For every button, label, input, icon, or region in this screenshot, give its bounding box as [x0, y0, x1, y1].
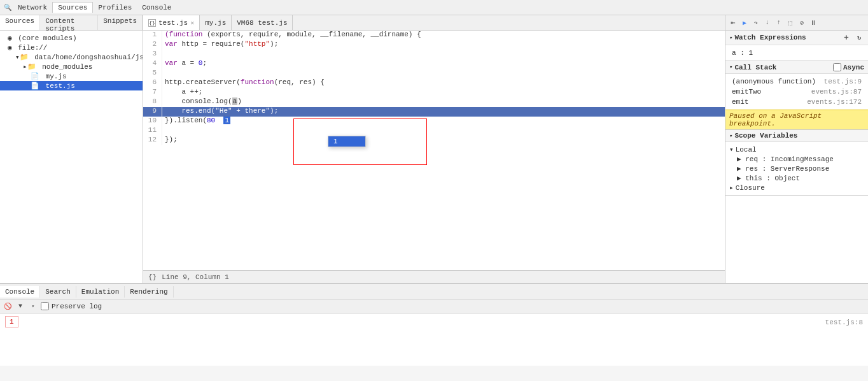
- tree-item-test-js[interactable]: 📄 test.js: [0, 81, 143, 90]
- table-row: 6 http.createServer(function(req, res) {: [143, 78, 725, 88]
- table-row: 8 console.log(a): [143, 97, 725, 107]
- scope-variables-header[interactable]: ▾ Scope Variables: [725, 130, 868, 142]
- tree-item-my-js[interactable]: 📄 my.js: [0, 71, 143, 81]
- tab-search[interactable]: Search: [40, 286, 76, 298]
- table-row: 3: [143, 50, 725, 59]
- file-tree: ◉ (core modules) ◉ file:// ▾📁 data/home/…: [0, 31, 143, 93]
- tab-content-scripts[interactable]: Content scripts: [40, 15, 98, 30]
- editor-tab-bar: {} test.js ✕ my.js VM68 test.js: [143, 15, 725, 31]
- call-stack-item[interactable]: (anonymous function) test.js:9: [729, 76, 864, 87]
- watch-expr-item: a : 1: [729, 48, 864, 58]
- tab-vm68[interactable]: VM68 test.js: [232, 15, 293, 31]
- file-icon: {}: [148, 19, 156, 27]
- step-out-icon[interactable]: ↑: [774, 18, 784, 28]
- deactivate-breakpoints-icon[interactable]: ⬚: [785, 18, 795, 28]
- step-into-icon[interactable]: ↓: [762, 18, 773, 28]
- scope-variables-section: ▾ Scope Variables ▾Local ▶ req : Incomin…: [725, 130, 868, 196]
- call-stack-section: ▾ Call Stack Async (anonymous function) …: [725, 61, 868, 130]
- sources-panel: Sources Content scripts Snippets ◉ (core…: [0, 15, 143, 283]
- editor-area: {} test.js ✕ my.js VM68 test.js 1 (funct…: [143, 15, 725, 283]
- watch-expressions-section: ▾ Watch Expressions + ↻ a : 1: [725, 31, 868, 61]
- table-row: 11: [143, 126, 725, 136]
- scope-item-this[interactable]: ▶ this : Object: [729, 173, 864, 183]
- file-icon: 📄: [31, 73, 39, 80]
- console-body[interactable]: 1 test.js:8: [0, 313, 868, 366]
- autocomplete-popup[interactable]: 1: [328, 136, 366, 147]
- circle-icon: ◉: [8, 44, 12, 52]
- table-row: 12 });: [143, 136, 725, 145]
- call-stack-item[interactable]: emitTwo events.js:87: [729, 87, 864, 97]
- console-tab-bar: Console Search Emulation Rendering: [0, 284, 868, 299]
- debug-toolbar: ⇤ ▶ ↷ ↓ ↑ ⬚ ⊘ ⏸: [725, 15, 868, 31]
- preserve-log-checkbox[interactable]: [41, 302, 49, 310]
- main-layout: Sources Content scripts Snippets ◉ (core…: [0, 15, 868, 283]
- console-error-line: 1: [5, 316, 18, 327]
- expand-icon: ▶: [737, 165, 741, 173]
- expand-icon: ▸: [729, 184, 734, 192]
- tab-sources[interactable]: Sources: [0, 15, 40, 30]
- add-watch-icon[interactable]: +: [841, 32, 851, 43]
- tree-item-data-folder[interactable]: ▾📁 data/home/dongshaoshuai/js: [0, 52, 143, 62]
- resume-icon[interactable]: ▶: [739, 18, 750, 28]
- clear-console-icon[interactable]: 🚫: [3, 301, 13, 312]
- tab-snippets[interactable]: Snippets: [98, 15, 143, 30]
- refresh-watch-icon[interactable]: ↻: [854, 32, 864, 43]
- expand-arrow-icon: ▾: [729, 64, 732, 71]
- close-icon[interactable]: ✕: [190, 19, 194, 27]
- tab-my-js[interactable]: my.js: [200, 15, 232, 31]
- scope-local-header[interactable]: ▾Local: [729, 145, 864, 154]
- async-checkbox-input[interactable]: [833, 63, 841, 71]
- collapse-left-icon[interactable]: ⇤: [728, 18, 738, 28]
- folder-icon: ▸📁: [23, 63, 36, 71]
- tree-item-node-modules[interactable]: ▸📁 node_modules: [0, 62, 143, 71]
- table-row: 1 (function (exports, require, module, _…: [143, 31, 725, 40]
- call-stack-item[interactable]: emit events.js:172: [729, 97, 864, 107]
- table-row: 5: [143, 69, 725, 78]
- folder-open-icon: ▾📁: [15, 54, 29, 61]
- circle-icon: ◉: [8, 34, 12, 42]
- autocomplete-item[interactable]: 1: [328, 136, 365, 147]
- scope-variables-body: ▾Local ▶ req : IncomingMessage ▶ res : S…: [725, 142, 868, 195]
- console-log-ref[interactable]: test.js:8: [825, 319, 863, 326]
- table-row: 9 res.end("He" + there");: [143, 107, 725, 117]
- console-area: Console Search Emulation Rendering 🚫 ▼ ▾…: [0, 283, 868, 366]
- scope-item-req[interactable]: ▶ req : IncomingMessage: [729, 154, 864, 164]
- expand-icon: ▶: [737, 155, 741, 163]
- call-stack-header[interactable]: ▾ Call Stack Async: [725, 61, 868, 74]
- scope-closure-header[interactable]: ▸Closure: [729, 183, 864, 192]
- table-row: 7 a ++;: [143, 88, 725, 97]
- expand-arrow-icon: ▾: [729, 133, 732, 140]
- code-lines: 1 (function (exports, require, module, _…: [143, 31, 725, 145]
- top-nav: 🔍 Network Sources Profiles Console: [0, 0, 868, 15]
- tab-rendering[interactable]: Rendering: [125, 286, 173, 298]
- nav-network[interactable]: Network: [13, 3, 52, 13]
- step-over-icon[interactable]: ↷: [751, 18, 761, 28]
- call-stack-body: (anonymous function) test.js:9 emitTwo e…: [725, 74, 868, 110]
- code-view[interactable]: 1 (function (exports, require, module, _…: [143, 31, 725, 270]
- console-toolbar: 🚫 ▼ ▾ Preserve log: [0, 299, 868, 313]
- status-position: Line 9, Column 1: [162, 273, 229, 281]
- tab-test-js[interactable]: {} test.js ✕: [143, 15, 200, 31]
- nav-sources[interactable]: Sources: [52, 2, 93, 13]
- tree-item-file[interactable]: ◉ file://: [0, 43, 143, 52]
- filter-dropdown-icon[interactable]: ▾: [28, 301, 38, 312]
- watch-expressions-header[interactable]: ▾ Watch Expressions + ↻: [725, 31, 868, 45]
- paused-banner: Paused on a JavaScript breakpoint.: [725, 110, 868, 129]
- sources-tab-bar: Sources Content scripts Snippets: [0, 15, 143, 31]
- editor-status-bar: {} Line 9, Column 1: [143, 270, 725, 283]
- nav-console[interactable]: Console: [137, 3, 176, 13]
- tab-emulation[interactable]: Emulation: [76, 286, 125, 298]
- tab-console[interactable]: Console: [0, 286, 40, 298]
- right-panel-scroll[interactable]: ▾ Watch Expressions + ↻ a : 1 ▾ Call Sta…: [725, 31, 868, 283]
- tree-item-core-modules[interactable]: ◉ (core modules): [0, 33, 143, 43]
- filter-icon[interactable]: ▼: [15, 301, 25, 312]
- pause-exceptions-icon[interactable]: ⏸: [808, 18, 818, 28]
- expand-icon: ▾: [729, 146, 734, 154]
- search-icon[interactable]: 🔍: [3, 3, 13, 13]
- async-checkbox[interactable]: Async: [833, 63, 864, 71]
- scope-item-res[interactable]: ▶ res : ServerResponse: [729, 164, 864, 173]
- table-row: 10 }).listen(80 1: [143, 117, 725, 126]
- toggle-breakpoints-icon[interactable]: ⊘: [797, 18, 807, 28]
- nav-profiles[interactable]: Profiles: [93, 3, 137, 13]
- brace-icon: {}: [148, 273, 157, 281]
